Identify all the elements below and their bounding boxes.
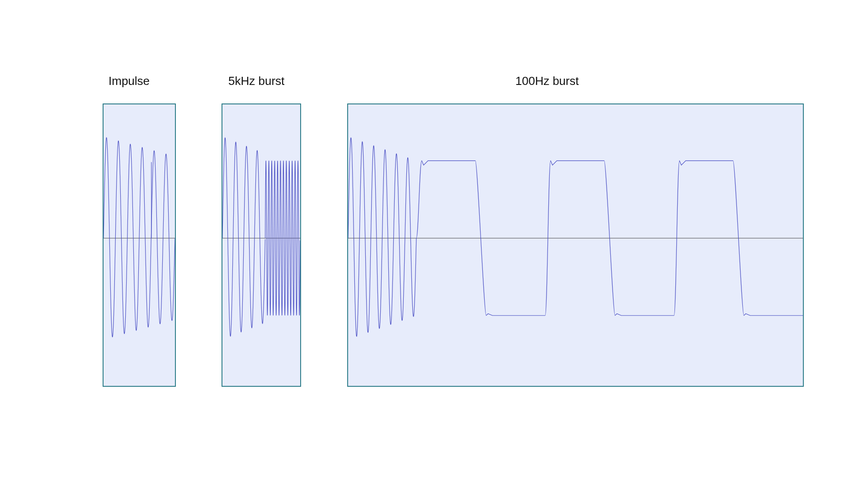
impulse-title: Impulse — [108, 74, 150, 88]
impulse-carrier-wave — [104, 137, 175, 337]
burst-5khz-waveform — [222, 104, 300, 386]
burst-100hz-waveform — [348, 104, 803, 386]
burst-5khz-carrier-wave — [222, 138, 265, 336]
impulse-panel — [103, 103, 176, 387]
burst-5khz-title: 5kHz burst — [228, 74, 284, 88]
burst-100hz-panel — [347, 103, 804, 387]
burst-100hz-title: 100Hz burst — [515, 74, 579, 88]
impulse-waveform — [104, 104, 175, 386]
waveform-diagram: Impulse 5kHz burst 100Hz burst — [0, 0, 868, 488]
burst-5khz-panel — [222, 103, 301, 387]
burst-100hz-carrier-wave — [348, 138, 416, 337]
